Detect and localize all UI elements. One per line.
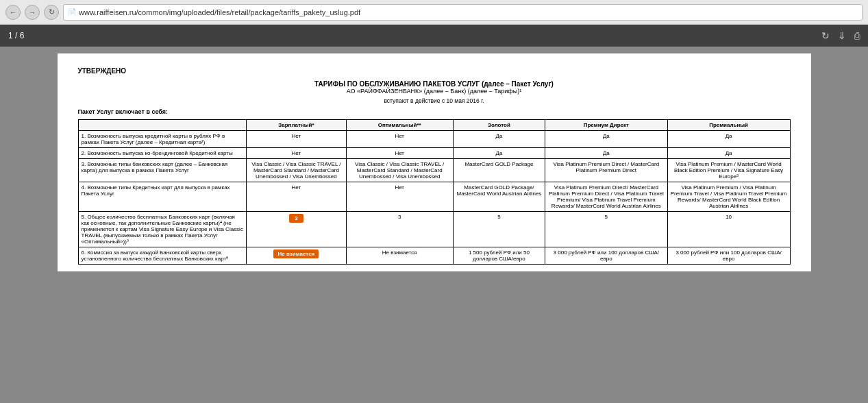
- table-row: 5. Общее количество бесплатных Банковски…: [78, 212, 790, 247]
- refresh-pdf-icon[interactable]: ↻: [821, 30, 830, 41]
- row5-zarplatny: 3: [247, 212, 346, 247]
- row6-zarplatny: Не взимается: [247, 247, 346, 265]
- table-row: 6. Комиссия за выпуск каждой Банковской …: [78, 247, 790, 265]
- row4-zolotoy: MasterCard GOLD Package/ MasterCard Worl…: [453, 182, 545, 212]
- url-text: www.raiffeisen.ru/common/img/uploaded/fi…: [79, 8, 360, 16]
- pdf-toolbar: 1 / 6 ↻ ⇓ ⎙: [0, 25, 868, 47]
- table-row: 1. Возможность выпуска кредитной карты в…: [78, 131, 790, 148]
- row3-premialny: Visa Platinum Premium / MasterCard World…: [667, 159, 790, 182]
- table-row: 4. Возможные типы Кредитных карт для вып…: [78, 182, 790, 212]
- row6-desc: 6. Комиссия за выпуск каждой Банковской …: [78, 247, 247, 265]
- package-intro: Пакет Услуг включает в себя:: [78, 108, 791, 115]
- row1-zolotoy: Да: [453, 131, 545, 148]
- row2-optimalny: Нет: [346, 148, 453, 159]
- forward-button[interactable]: →: [25, 5, 40, 20]
- row5-premium-direct: 5: [545, 212, 667, 247]
- col-header-optimalny: Оптимальный**: [346, 120, 453, 131]
- row4-zarplatny: Нет: [247, 182, 346, 212]
- col-header-zarplatny: Зарплатный*: [247, 120, 346, 131]
- browser-bar: ← → ↻ 📄 www.raiffeisen.ru/common/img/upl…: [0, 0, 868, 25]
- pdf-page: УТВЕРЖДЕНО ТАРИФЫ ПО ОБСЛУЖИВАНИЮ ПАКЕТО…: [58, 53, 811, 271]
- title-main: ТАРИФЫ ПО ОБСЛУЖИВАНИЮ ПАКЕТОВ УСЛУГ (да…: [78, 80, 791, 88]
- row3-premium-direct: Visa Platinum Premium Direct / MasterCar…: [545, 159, 667, 182]
- row6-optimalny: Не взимается: [346, 247, 453, 265]
- tariffs-table: Зарплатный* Оптимальный** Золотой Премиу…: [78, 119, 791, 265]
- page-info: 1 / 6: [8, 31, 24, 40]
- row1-desc: 1. Возможность выпуска кредитной карты в…: [78, 131, 247, 148]
- col-header-desc: [78, 120, 247, 131]
- title-block: ТАРИФЫ ПО ОБСЛУЖИВАНИЮ ПАКЕТОВ УСЛУГ (да…: [78, 80, 791, 95]
- pdf-content: УТВЕРЖДЕНО ТАРИФЫ ПО ОБСЛУЖИВАНИЮ ПАКЕТО…: [0, 47, 868, 403]
- back-button[interactable]: ←: [5, 5, 21, 20]
- row1-zarplatny: Нет: [247, 131, 346, 148]
- row3-zolotoy: MasterCard GOLD Package: [453, 159, 545, 182]
- row6-zolotoy: 1 500 рублей РФ или 50 долларов США/евро: [453, 247, 545, 265]
- row4-premium-direct: Visa Platinum Premium Direct/ MasterCard…: [545, 182, 667, 212]
- document-icon: 📄: [68, 8, 76, 16]
- col-header-premium-direct: Премиум Директ: [545, 120, 667, 131]
- row4-optimalny: Нет: [346, 182, 453, 212]
- refresh-button[interactable]: ↻: [44, 5, 59, 20]
- col-header-zolotoy: Золотой: [453, 120, 545, 131]
- row2-premium-direct: Да: [545, 148, 667, 159]
- row3-optimalny: Visa Classic / Visa Classic TRAVEL / Mas…: [346, 159, 453, 182]
- row1-premium-direct: Да: [545, 131, 667, 148]
- row5-desc: 5. Общее количество бесплатных Банковски…: [78, 212, 247, 247]
- effective-date: вступают в действие с 10 мая 2016 г.: [78, 97, 791, 104]
- row3-zarplatny: Visa Classic / Visa Classic TRAVEL / Mas…: [247, 159, 346, 182]
- table-row: 2. Возможность выпуска ко-брендинговой К…: [78, 148, 790, 159]
- row5-premialny: 10: [667, 212, 790, 247]
- badge-3: 3: [289, 214, 303, 223]
- stamp-text: УТВЕРЖДЕНО: [78, 67, 791, 75]
- badge-ne-vzim: Не взимается: [273, 249, 319, 258]
- print-icon[interactable]: ⎙: [854, 30, 860, 41]
- row5-zolotoy: 5: [453, 212, 545, 247]
- row4-premialny: Visa Platinum Premium / Visa Platinum Pr…: [667, 182, 790, 212]
- row1-premialny: Да: [667, 131, 790, 148]
- col-header-premialny: Премиальный: [667, 120, 790, 131]
- row2-zarplatny: Нет: [247, 148, 346, 159]
- row2-zolotoy: Да: [453, 148, 545, 159]
- row5-optimalny: 3: [346, 212, 453, 247]
- table-row: 3. Возможные типы банковских карт (далее…: [78, 159, 790, 182]
- title-sub: АО «РАЙФФАЙЗЕНБАНК» (далее – Банк) (дале…: [78, 88, 791, 95]
- row2-desc: 2. Возможность выпуска ко-брендинговой К…: [78, 148, 247, 159]
- url-bar[interactable]: 📄 www.raiffeisen.ru/common/img/uploaded/…: [63, 4, 863, 21]
- row4-desc: 4. Возможные типы Кредитных карт для вып…: [78, 182, 247, 212]
- row3-desc: 3. Возможные типы банковских карт (далее…: [78, 159, 247, 182]
- row6-premialny: 3 000 рублей РФ или 100 долларов США/евр…: [667, 247, 790, 265]
- row6-premium-direct: 3 000 рублей РФ или 100 долларов США/евр…: [545, 247, 667, 265]
- row1-optimalny: Нет: [346, 131, 453, 148]
- download-icon[interactable]: ⇓: [838, 30, 846, 41]
- pdf-toolbar-actions: ↻ ⇓ ⎙: [821, 30, 860, 41]
- row2-premialny: Да: [667, 148, 790, 159]
